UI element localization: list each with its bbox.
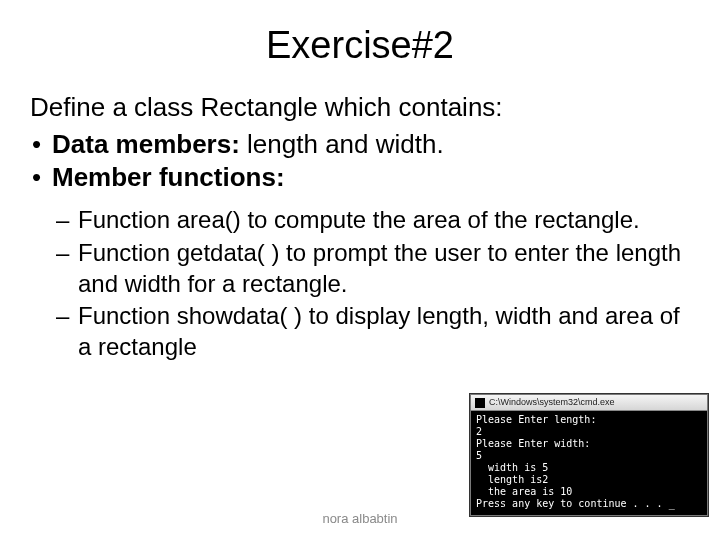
console-output: Please Enter length: 2 Please Enter widt… [471,411,707,515]
slide-title: Exercise#2 [30,24,690,67]
bullet-member-functions: Member functions: [30,161,690,195]
footer-author: nora albabtin [0,511,720,526]
intro-text: Define a class Rectangle which contains: [30,91,690,124]
bullet-label: Member functions: [52,162,285,192]
console-titlebar: C:\Windows\system32\cmd.exe [471,395,707,411]
sub-bullet-getdata: Function getdata( ) to prompt the user t… [56,238,690,299]
bullet-label: Data members: [52,129,240,159]
console-window: C:\Windows\system32\cmd.exe Please Enter… [470,394,708,516]
sub-bullet-area: Function area() to compute the area of t… [56,205,690,236]
console-title-text: C:\Windows\system32\cmd.exe [489,397,615,408]
sub-bullet-showdata: Function showdata( ) to display length, … [56,301,690,362]
cmd-icon [475,398,485,408]
sub-bullet-list: Function area() to compute the area of t… [30,205,690,363]
bullet-list: Data members: length and width. Member f… [30,128,690,196]
bullet-text: length and width. [247,129,444,159]
bullet-data-members: Data members: length and width. [30,128,690,162]
